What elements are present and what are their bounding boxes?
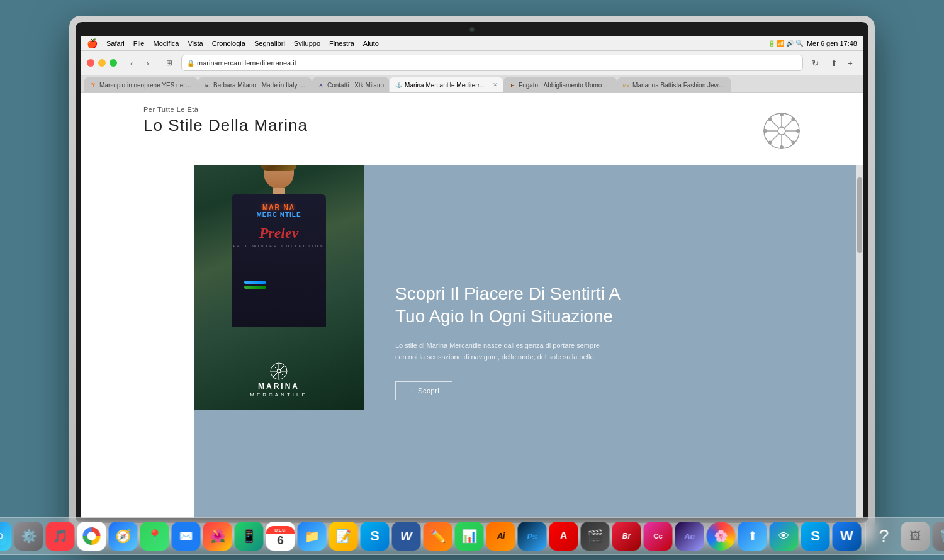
dock: ⚙️ 🎵 🧭 📍 ✉️ 🌺 📱 DEC 6 📁 📝 S W ✏️ 📊 Ai Ps… xyxy=(0,517,944,555)
browser-chrome: ‹ › ⊞ 🔒 marinamercantilemediterranea.it … xyxy=(81,51,863,93)
macbook-frame: 🍎 Safari File Modifica Vista Cronologia … xyxy=(69,16,875,544)
dock-pages[interactable]: ✏️ xyxy=(424,522,452,551)
menubar-icons: 🔋 📶 🔊 🔍 xyxy=(768,40,803,47)
close-button[interactable] xyxy=(87,59,94,67)
svg-point-19 xyxy=(277,369,281,373)
dock-safari[interactable]: 🧭 xyxy=(109,522,138,551)
forward-button[interactable]: › xyxy=(141,56,155,70)
dock-creative-cloud[interactable]: Cc xyxy=(644,522,673,551)
svg-line-26 xyxy=(280,366,284,370)
dock-notes[interactable]: 📝 xyxy=(329,522,358,551)
browser-tabs: Y Marsupio in neoprene YES nero con logo… xyxy=(81,75,863,92)
marina-brand-text: MARINA xyxy=(258,382,300,391)
menubar-time: Mer 6 gen 17:48 xyxy=(807,40,857,47)
tab-1-label: Marsupio in neoprene YES nero con logo f… xyxy=(99,82,193,89)
nav-buttons: ‹ › xyxy=(125,56,155,70)
add-bookmark-button[interactable]: + xyxy=(843,56,857,70)
svg-line-9 xyxy=(770,133,779,142)
dock-maps[interactable]: 📍 xyxy=(140,522,169,551)
tab-list-icon[interactable]: ⊞ xyxy=(162,56,176,70)
menu-aiuto[interactable]: Aiuto xyxy=(363,40,379,47)
menu-sviluppo[interactable]: Sviluppo xyxy=(294,40,320,47)
dock-after-effects[interactable]: Ae xyxy=(675,522,704,551)
tab-6[interactable]: MB Marianna Battista Fashion Jewels: Gio… xyxy=(617,77,731,92)
tab-5-favicon: F xyxy=(509,81,516,89)
main-title: Lo Stile Della Marina xyxy=(143,116,308,135)
menu-finestra[interactable]: Finestra xyxy=(329,40,354,47)
dock-chrome[interactable] xyxy=(77,522,106,551)
menu-file[interactable]: File xyxy=(133,40,145,47)
dock-finalcut[interactable]: 🎬 xyxy=(581,522,610,551)
svg-point-12 xyxy=(763,129,767,133)
site-header-left: Per Tutte Le Età Lo Stile Della Marina xyxy=(143,106,308,135)
marina-logo: MARINA MERCANTILE xyxy=(250,362,308,398)
menu-safari[interactable]: Safari xyxy=(106,40,125,47)
dock-skype2[interactable]: S xyxy=(801,522,830,551)
svg-point-1 xyxy=(778,127,785,135)
back-button[interactable]: ‹ xyxy=(125,56,138,70)
tab-3[interactable]: X Contatti - Xtk Milano xyxy=(312,77,389,92)
traffic-lights xyxy=(87,59,117,67)
dock-bridge[interactable]: Br xyxy=(612,522,641,551)
screen-bezel: 🍎 Safari File Modifica Vista Cronologia … xyxy=(76,22,868,523)
dock-separator xyxy=(865,522,866,551)
menu-modifica[interactable]: Modifica xyxy=(153,40,179,47)
tab-3-label: Contatti - Xtk Milano xyxy=(327,82,384,89)
dock-files[interactable]: 📁 xyxy=(298,522,327,551)
reload-button[interactable]: ↻ xyxy=(808,56,822,70)
dock-photoshop[interactable]: Ps xyxy=(518,522,547,551)
dock-help[interactable]: ? xyxy=(870,522,899,551)
hero-body-text: Lo stile di Marina Mercantile nasce dall… xyxy=(395,340,609,362)
dock-acrobat[interactable]: A xyxy=(549,522,578,551)
tab-1[interactable]: Y Marsupio in neoprene YES nero con logo… xyxy=(84,77,198,92)
browser-toolbar: ‹ › ⊞ 🔒 marinamercantilemediterranea.it … xyxy=(81,51,863,75)
tab-4-close[interactable]: ✕ xyxy=(493,82,498,88)
dock-photos2[interactable]: 🌺 xyxy=(203,522,232,551)
svg-point-14 xyxy=(768,118,772,121)
svg-point-15 xyxy=(791,140,795,144)
dock-wunderlist[interactable]: W xyxy=(833,522,862,551)
menu-vista[interactable]: Vista xyxy=(188,40,203,47)
dock-system-prefs[interactable]: ⚙️ xyxy=(14,522,43,551)
tab-2[interactable]: B Barbara Milano - Made in Italy - Sito … xyxy=(198,77,312,92)
dock-word[interactable]: W xyxy=(392,522,421,551)
tab-5[interactable]: F Fugato - Abbigliamento Uomo - Made in … xyxy=(503,77,617,92)
menubar-items: Safari File Modifica Vista Cronologia Se… xyxy=(106,40,379,47)
maximize-button[interactable] xyxy=(110,59,117,67)
hero-heading: Scopri Il Piacere Di Sentirti A Tuo Agio… xyxy=(395,283,634,328)
svg-line-8 xyxy=(784,120,793,128)
dock-illustrator[interactable]: Ai xyxy=(486,522,515,551)
scopri-button[interactable]: → Scopri xyxy=(395,381,452,400)
toolbar-right: ⬆ + xyxy=(827,56,857,70)
minimize-button[interactable] xyxy=(98,59,106,67)
menu-cronologia[interactable]: Cronologia xyxy=(212,40,245,47)
dock-finder[interactable] xyxy=(0,522,12,551)
dock-preview[interactable]: 👁 xyxy=(770,522,799,551)
hero-image: MAR NA MERC NTILE Prelev FALL WINTER COL… xyxy=(194,165,364,518)
dock-trash[interactable]: 🗑️ xyxy=(933,522,945,551)
svg-point-11 xyxy=(780,145,784,149)
dock-mail[interactable]: ✉️ xyxy=(172,522,201,551)
lock-icon: 🔒 xyxy=(187,60,194,67)
svg-point-10 xyxy=(780,113,784,116)
tagline: Per Tutte Le Età xyxy=(143,106,308,113)
dock-numbers[interactable]: 📊 xyxy=(455,522,484,551)
dock-music[interactable]: 🎵 xyxy=(46,522,75,551)
dock-whatsapp[interactable]: 📱 xyxy=(235,522,264,551)
marina-brand-sub: MERCANTILE xyxy=(250,392,308,398)
dock-appstore[interactable]: ⬆ xyxy=(738,522,767,551)
tab-4-active[interactable]: ⚓ Marina Mercantile Mediterranea – Made … xyxy=(390,77,503,92)
tab-2-label: Barbara Milano - Made in Italy - Sito uf… xyxy=(213,82,306,89)
scrollbar[interactable] xyxy=(856,165,863,518)
dock-image-viewer[interactable]: 🖼 xyxy=(901,522,930,551)
dock-calendar[interactable]: DEC 6 xyxy=(266,522,295,551)
dock-photos[interactable]: 🌸 xyxy=(707,522,736,551)
address-bar[interactable]: 🔒 marinamercantilemediterranea.it xyxy=(181,55,803,71)
apple-menu[interactable]: 🍎 xyxy=(87,38,98,48)
site-header: Per Tutte Le Età Lo Stile Della Marina xyxy=(81,93,863,165)
menu-segnalibri[interactable]: Segnalibri xyxy=(254,40,285,47)
share-button[interactable]: ⬆ xyxy=(827,56,841,70)
svg-point-13 xyxy=(796,129,800,133)
screen: 🍎 Safari File Modifica Vista Cronologia … xyxy=(81,36,863,518)
dock-skype-s[interactable]: S xyxy=(361,522,390,551)
